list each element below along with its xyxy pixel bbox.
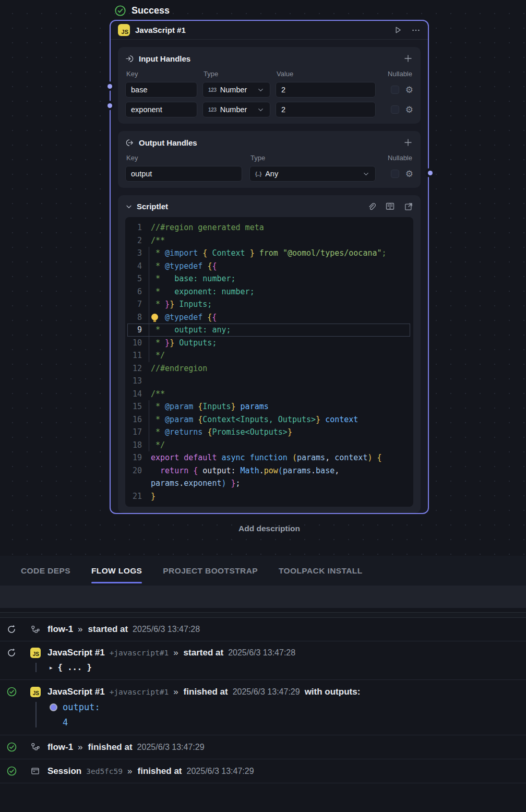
status-badge-label: Success	[132, 5, 170, 16]
type-select-value: Number	[220, 86, 247, 94]
value-field[interactable]: 2	[276, 102, 376, 117]
success-check-icon	[6, 742, 17, 753]
line-number: 5	[127, 272, 142, 285]
log-row: JSJavaScript #1+javascript#1»finished at…	[0, 680, 526, 735]
key-field[interactable]: output	[125, 166, 242, 182]
tab-project-bootstrap[interactable]: PROJECT BOOTSTRAP	[163, 566, 258, 576]
log-row: JSJavaScript #1+javascript#1»started at2…	[0, 641, 526, 680]
line-number: 1	[127, 221, 142, 234]
line-number: 14	[127, 388, 142, 401]
open-external-icon[interactable]	[404, 201, 413, 211]
number-type-icon: 123	[208, 87, 217, 93]
node-header[interactable]: JS JavaScript #1	[111, 21, 428, 40]
js-node[interactable]: JS JavaScript #1 Input Handles	[110, 20, 429, 514]
code-text: * exponent: number;	[148, 285, 255, 298]
nullable-checkbox[interactable]	[391, 86, 399, 94]
log-arrow: »	[173, 687, 178, 697]
column-header-value: Value	[276, 70, 376, 78]
settings-gear-button[interactable]: ⚙	[405, 105, 413, 114]
settings-gear-button[interactable]: ⚙	[405, 170, 413, 178]
log-detail-expander[interactable]: ▸{ ... }	[50, 663, 526, 672]
collapse-chevron-icon[interactable]	[125, 203, 133, 210]
line-number: 10	[127, 337, 142, 350]
log-action: finished at	[88, 742, 133, 753]
key-field[interactable]: exponent	[125, 102, 197, 117]
code-text: * @returns {Promise<Outputs>}	[148, 426, 292, 439]
code-line: 12//#endregion	[127, 362, 410, 375]
add-description-button[interactable]: Add description	[110, 524, 429, 533]
log-row: flow-1»started at2025/6/3 13:47:28	[0, 618, 526, 641]
value-field[interactable]: 2	[276, 82, 376, 98]
scriptlet-section: Scriptlet 1//#region generated meta2/**3…	[118, 195, 421, 513]
success-check-icon	[6, 686, 17, 697]
js-icon: JS	[118, 24, 130, 36]
key-field[interactable]: base	[125, 82, 197, 98]
code-editor[interactable]: 1//#region generated meta2/**3 * @import…	[125, 217, 413, 507]
type-select-value: Any	[265, 170, 278, 178]
line-number: 18	[127, 439, 142, 452]
collapsed-row	[0, 612, 526, 618]
add-input-handle-button[interactable]	[403, 53, 413, 64]
lightbulb-icon[interactable]	[151, 314, 158, 320]
log-time: 2025/6/3 13:47:29	[187, 767, 254, 776]
type-select[interactable]: {..} Any	[249, 166, 376, 182]
output-handles-title: Output Handles	[139, 138, 197, 147]
expander-preview: { ... }	[58, 663, 92, 672]
log-title: JavaScript #1	[47, 687, 105, 697]
log-node-id: +javascript#1	[110, 649, 169, 657]
type-select[interactable]: 123 Number	[202, 102, 270, 117]
flow-canvas[interactable]: Success JS JavaScript #1 Input Handles	[0, 0, 526, 556]
number-type-icon: 123	[208, 107, 217, 113]
tab-toolpack-install[interactable]: TOOLPACK INSTALL	[279, 566, 363, 576]
code-text: * @import { Context } from "@oomol/types…	[148, 247, 387, 260]
nullable-checkbox[interactable]	[391, 105, 399, 114]
tab-flow-logs[interactable]: FLOW LOGS	[91, 566, 142, 576]
code-text: * @typedef {{	[148, 260, 217, 273]
log-suffix: with outputs:	[305, 687, 361, 697]
output-value: 4	[63, 717, 526, 727]
code-line: 4 * @typedef {{	[127, 260, 410, 273]
line-number: 8	[127, 311, 142, 324]
code-line: 3 * @import { Context } from "@oomol/typ…	[127, 247, 410, 260]
code-text: }	[148, 490, 156, 503]
docs-book-icon[interactable]	[385, 201, 395, 211]
log-arrow: »	[173, 648, 178, 658]
code-line: 2/**	[127, 234, 410, 247]
flow-icon	[30, 742, 40, 752]
more-options-button[interactable]	[411, 26, 421, 35]
input-port-base[interactable]	[105, 81, 114, 91]
code-line: 15 * @param {Inputs} params	[127, 400, 410, 413]
log-arrow: »	[78, 742, 82, 753]
code-text: */	[148, 349, 165, 362]
column-header-type: Type	[249, 154, 376, 162]
tab-code-deps[interactable]: CODE DEPS	[21, 566, 70, 576]
run-node-button[interactable]	[393, 25, 403, 35]
line-number: 17	[127, 426, 142, 439]
column-header-key: Key	[125, 70, 197, 78]
settings-gear-button[interactable]: ⚙	[405, 86, 413, 94]
input-handles-icon	[125, 54, 134, 63]
input-port-exponent[interactable]	[105, 101, 114, 110]
chevron-down-icon	[257, 106, 265, 114]
nullable-checkbox[interactable]	[391, 170, 399, 178]
log-time: 2025/6/3 13:47:28	[228, 648, 295, 658]
code-text: * }} Outputs;	[148, 337, 217, 350]
line-number: 2	[127, 234, 142, 247]
attachment-paperclip-icon[interactable]	[367, 201, 376, 211]
session-icon	[30, 766, 40, 776]
log-arrow: »	[127, 766, 132, 777]
line-number: 4	[127, 260, 142, 273]
log-time: 2025/6/3 13:47:29	[137, 743, 205, 752]
status-badge: Success	[114, 5, 170, 17]
log-action: finished at	[184, 687, 228, 697]
code-line: 6 * exponent: number;	[127, 285, 410, 298]
code-line: 13	[127, 375, 410, 388]
code-line: 10 * }} Outputs;	[127, 337, 410, 350]
output-port-output[interactable]	[425, 168, 435, 177]
code-line: 19export default async function (params,…	[127, 451, 410, 464]
type-select[interactable]: 123 Number	[202, 82, 270, 98]
log-title: flow-1	[47, 624, 73, 635]
add-output-handle-button[interactable]	[403, 137, 413, 148]
code-line: 20 return { output: Math.pow(params.base…	[127, 464, 410, 477]
log-action: started at	[88, 624, 128, 635]
